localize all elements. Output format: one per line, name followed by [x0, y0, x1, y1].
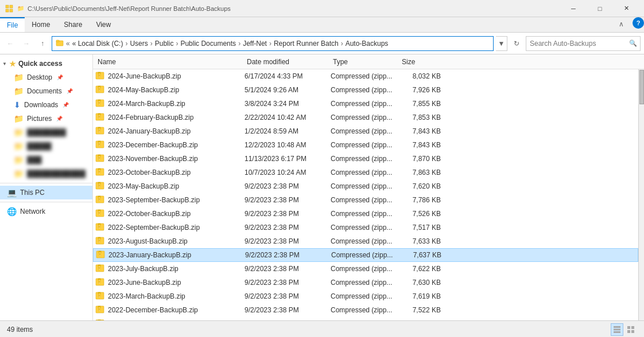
- svg-rect-45: [99, 156, 100, 157]
- table-row[interactable]: 2024-January-BackupB.zip 1/2/2024 8:59 A…: [93, 124, 638, 138]
- file-name: 2024-March-BackupB.zip: [95, 99, 245, 109]
- col-header-date[interactable]: Date modified: [245, 54, 331, 69]
- tab-home[interactable]: Home: [25, 17, 57, 32]
- ribbon-collapse-btn[interactable]: ∧: [614, 17, 628, 31]
- svg-rect-63: [99, 197, 100, 198]
- back-button[interactable]: ←: [3, 37, 17, 50]
- pictures-folder-icon: 📁: [14, 114, 24, 123]
- svg-rect-94: [99, 267, 100, 268]
- path-public-docs[interactable]: Public Documents: [180, 40, 236, 48]
- search-input[interactable]: [526, 36, 641, 51]
- address-path[interactable]: « « Local Disk (C:) › Users › Public › P…: [52, 36, 494, 51]
- table-row[interactable]: 2022-December-BackupB.zip 9/2/2023 2:38 …: [93, 303, 638, 317]
- sidebar-item-desktop[interactable]: 📁 Desktop 📌: [0, 70, 92, 84]
- svg-rect-17: [99, 90, 100, 91]
- scrollbar-thumb[interactable]: [639, 70, 644, 104]
- svg-rect-47: [99, 159, 100, 160]
- path-report-runner[interactable]: Report Runner Batch: [274, 40, 339, 48]
- blurred2-folder-icon: 📁: [14, 142, 24, 151]
- path-arrow-3: ›: [176, 40, 178, 48]
- sidebar-item-pictures[interactable]: 📁 Pictures 📌: [0, 112, 92, 126]
- table-row[interactable]: 2023-November-BackupB.zip 11/13/2023 6:1…: [93, 152, 638, 166]
- zip-icon: [96, 250, 105, 261]
- network-icon: 🌐: [7, 207, 17, 216]
- file-name: 2023-June-BackupB.zip: [95, 277, 245, 288]
- table-row[interactable]: 2024-May-BackupB.zip 5/1/2024 9:26 AM Co…: [93, 83, 638, 97]
- zip-icon: [95, 140, 104, 151]
- downloads-pin-icon: 📌: [63, 102, 69, 108]
- svg-rect-21: [99, 101, 100, 102]
- sidebar-item-blurred1[interactable]: 📁 ████████: [0, 126, 92, 139]
- path-local-disk[interactable]: « Local Disk (C:): [72, 40, 123, 48]
- zip-icon: [95, 85, 104, 96]
- path-jeff-net[interactable]: Jeff-Net: [243, 40, 267, 48]
- zip-icon: [95, 291, 104, 302]
- table-row[interactable]: 2023-June-BackupB.zip 9/2/2023 2:38 PM C…: [93, 276, 638, 289]
- file-name: 2022-October-BackupB.zip: [95, 209, 245, 220]
- details-view-button[interactable]: [611, 323, 623, 336]
- address-dropdown[interactable]: ▼: [496, 36, 507, 51]
- svg-rect-34: [99, 130, 100, 131]
- sidebar-item-blurred3[interactable]: 📁 ███: [0, 153, 92, 167]
- refresh-button[interactable]: ↻: [510, 37, 523, 50]
- up-button[interactable]: ↑: [36, 37, 49, 50]
- svg-rect-59: [99, 186, 100, 187]
- col-header-size[interactable]: Size: [399, 54, 445, 69]
- file-name: 2023-September-BackupB.zip: [95, 195, 245, 206]
- sidebar-item-network[interactable]: 🌐 Network: [0, 205, 92, 218]
- file-size: 7,843 KB: [399, 141, 445, 149]
- vertical-scrollbar[interactable]: [638, 69, 644, 320]
- svg-rect-134: [614, 331, 620, 333]
- table-row[interactable]: 2022-February-BackupB.zip 9/2/2023 2:38 …: [93, 317, 638, 320]
- sidebar-item-documents[interactable]: 📁 Documents 📌: [0, 84, 92, 98]
- close-button[interactable]: ✕: [613, 0, 639, 17]
- svg-rect-3: [10, 9, 13, 12]
- file-name: 2024-May-BackupB.zip: [95, 85, 245, 96]
- file-name: 2023-March-BackupB.zip: [95, 291, 245, 302]
- table-row[interactable]: 2023-July-BackupB.zip 9/2/2023 2:38 PM C…: [93, 262, 638, 276]
- maximize-button[interactable]: □: [587, 0, 613, 17]
- path-auto-backups[interactable]: Auto-Backups: [346, 40, 389, 48]
- svg-rect-83: [99, 241, 100, 242]
- path-public[interactable]: Public: [155, 40, 174, 48]
- status-bar: 49 items: [0, 320, 644, 337]
- table-row[interactable]: 2023-March-BackupB.zip 9/2/2023 2:38 PM …: [93, 289, 638, 303]
- table-row[interactable]: 2023-May-BackupB.zip 9/2/2023 2:38 PM Co…: [93, 179, 638, 193]
- table-row[interactable]: 2023-January-BackupB.zip 9/2/2023 2:38 P…: [93, 248, 638, 262]
- quick-access-header[interactable]: ▼ ★ Quick access: [0, 57, 92, 70]
- help-button[interactable]: ?: [633, 17, 644, 29]
- minimize-button[interactable]: ─: [560, 0, 587, 17]
- table-row[interactable]: 2023-September-BackupB.zip 9/2/2023 2:38…: [93, 193, 638, 207]
- table-row[interactable]: 2023-October-BackupB.zip 10/7/2023 10:24…: [93, 166, 638, 179]
- tab-share[interactable]: Share: [57, 17, 89, 32]
- tab-file[interactable]: File: [0, 17, 25, 32]
- table-row[interactable]: 2022-October-BackupB.zip 9/2/2023 2:38 P…: [93, 207, 638, 221]
- title-text: C:\Users\Public\Documents\Jeff-Net\Repor…: [28, 5, 231, 12]
- sidebar-item-blurred4[interactable]: 📁 ████████████: [0, 167, 92, 181]
- table-row[interactable]: 2023-December-BackupB.zip 12/2/2023 10:4…: [93, 138, 638, 152]
- sidebar-item-downloads[interactable]: ⬇ Downloads 📌: [0, 98, 92, 112]
- svg-rect-69: [99, 211, 100, 212]
- table-row[interactable]: 2024-March-BackupB.zip 3/8/2024 3:24 PM …: [93, 97, 638, 111]
- path-icon: [56, 38, 64, 48]
- sidebar-item-this-pc[interactable]: 💻 This PC: [0, 186, 92, 199]
- file-size: 7,619 KB: [399, 292, 445, 300]
- tab-view[interactable]: View: [89, 17, 118, 32]
- sidebar-blurred3-label: ███: [27, 156, 42, 164]
- svg-rect-10: [99, 75, 100, 76]
- tiles-view-button[interactable]: [624, 323, 637, 336]
- table-row[interactable]: 2024-June-BackupB.zip 6/17/2024 4:33 PM …: [93, 69, 638, 83]
- file-size: 7,620 KB: [399, 182, 445, 190]
- forward-button[interactable]: →: [20, 37, 33, 50]
- col-header-name[interactable]: Name: [95, 54, 245, 69]
- file-size: 7,853 KB: [399, 113, 445, 122]
- file-size: 7,863 KB: [399, 168, 445, 177]
- file-date: 9/2/2023 2:38 PM: [245, 210, 331, 218]
- table-row[interactable]: 2024-February-BackupB.zip 2/22/2024 10:4…: [93, 111, 638, 124]
- col-header-type[interactable]: Type: [331, 54, 399, 69]
- table-row[interactable]: 2023-August-BackupB.zip 9/2/2023 2:38 PM…: [93, 234, 638, 248]
- path-users[interactable]: Users: [130, 40, 148, 48]
- documents-folder-icon: 📁: [14, 87, 24, 96]
- table-row[interactable]: 2022-September-BackupB.zip 9/2/2023 2:38…: [93, 221, 638, 234]
- sidebar-item-blurred2[interactable]: 📁 █████: [0, 139, 92, 153]
